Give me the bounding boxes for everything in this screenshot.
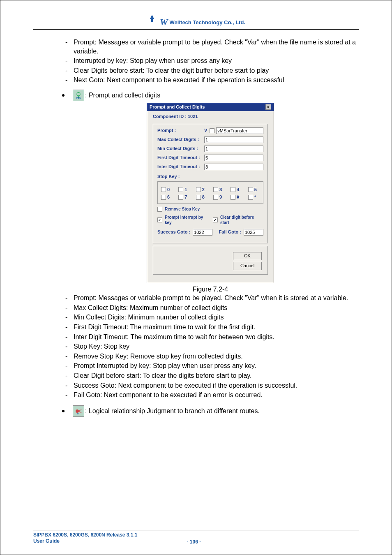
bullet-icon [62,410,65,412]
input-inter[interactable]: 3 [204,164,263,170]
list-item: Remove Stop Key: Remove stop key from co… [74,352,359,361]
checkbox-key-0[interactable] [161,187,166,192]
if-icon: If [73,405,84,417]
checkbox-key-8[interactable] [196,195,201,200]
checkbox-clear[interactable] [213,217,218,222]
company-name: Welltech Technology Co., Ltd. [170,19,245,25]
logo-icon [147,17,158,27]
checkbox-remove-stop[interactable] [157,207,162,212]
label-key: 6 [167,194,170,200]
list-item: Success Goto: Next component to be execu… [74,381,359,390]
label-key: 5 [254,187,257,193]
label-max: Max Collect Digits : [157,136,203,143]
checkbox-key-3[interactable] [213,187,218,192]
svg-point-0 [77,92,80,96]
svg-text:P&C: P&C [76,97,81,99]
figure-caption: Figure 7.2-4 [62,285,359,294]
label-key: 0 [167,187,170,193]
cancel-button[interactable]: Cancel [233,262,262,270]
close-icon[interactable]: × [265,104,271,110]
checkbox-var[interactable] [210,128,214,133]
checkbox-key-6[interactable] [161,195,166,200]
label-key: 4 [237,187,239,193]
checkbox-key-2[interactable] [196,187,201,192]
stop-key-panel: 0 1 2 3 4 5 6 7 8 9 # * [157,181,263,204]
list-item: Fail Goto: Next component to be executed… [74,391,359,400]
logo-text: W [160,17,168,28]
label-min: Min Collect Digits : [157,146,203,152]
list-item: Min Collect Digits: Minimum number of co… [74,313,359,322]
bullet-icon [62,94,65,97]
label-clear: Clear digit before start [220,215,263,226]
page-footer: SIPPBX 6200S, 6200GS, 6200N Release 3.1.… [33,530,359,545]
label-key: 8 [202,194,205,200]
dialog-title-text: Prompt and Collect Digits [150,104,205,110]
dialog-titlebar: Prompt and Collect Digits × [147,103,274,111]
pc-icon: P&C [73,90,84,101]
list-item: First Digit Timeout: The maximum time to… [74,323,359,332]
label-key: 2 [202,187,205,193]
checkbox-key-1[interactable] [178,187,183,192]
page-header: W Welltech Technology Co., Ltd. [33,17,359,30]
label-interrupt: Prompt interrupt by key [165,215,210,226]
component-id: Component ID : 1021 [153,113,268,120]
checkbox-key-star[interactable] [248,195,253,200]
footer-page-number: - 106 - [187,539,201,545]
footer-guide: User Guide [33,538,138,545]
list-item: Max Collect Digits: Maximum number of co… [74,303,359,312]
list-prompt-desc: Prompt: Messages or variable prompt to b… [62,38,359,85]
bullet-logical: If : Logical relationship Judgment to br… [62,405,359,417]
list-item: Interrupted by key: Stop play when user … [74,56,359,65]
dialog-button-panel: OK Cancel [153,246,268,275]
dialog-main-panel: Prompt : V vMSorTransfer Max Collect Dig… [153,124,268,243]
label-prompt: Prompt : [157,127,203,134]
label-key: # [237,194,239,200]
label-stopkey: Stop Key : [157,173,263,180]
checkbox-key-4[interactable] [231,187,235,192]
list-item: Prompt: Messages or variable prompt to b… [74,38,359,56]
label-key: 7 [184,194,187,200]
label-success-goto: Success Goto : [157,229,190,235]
svg-text:If: If [77,412,78,415]
label-inter: Inter Digit Timeout : [157,164,203,170]
list-item: Clear Digit before start: To clear the d… [74,371,359,380]
list-item: Next Goto: Next component to be executed… [74,76,359,85]
label-remove-stop: Remove Stop Key [165,206,200,212]
label-key: 9 [219,194,222,200]
input-max[interactable]: 1 [204,136,263,143]
list-item: Inter Digit Timeout: The maximum time to… [74,333,359,342]
label-key: 3 [219,187,222,193]
list-item: Clear Digits before start: To clear the … [74,66,359,75]
checkbox-key-hash[interactable] [231,195,235,200]
input-min[interactable]: 1 [204,146,263,152]
ok-button[interactable]: OK [233,252,262,260]
checkbox-key-5[interactable] [248,187,253,192]
label-key: 1 [184,187,187,193]
bullet-prompt-collect: P&C : Prompt and collect digits [62,90,359,101]
dialog-prompt-collect: Prompt and Collect Digits × Component ID… [147,103,274,283]
checkbox-interrupt[interactable] [157,217,162,222]
footer-release: SIPPBX 6200S, 6200GS, 6200N Release 3.1.… [33,532,138,539]
list-item: Stop Key: Stop key [74,342,359,351]
list-item: Prompt: Messages or variable prompt to b… [74,294,359,303]
list-item: Prompt Interrupted by key: Stop play whe… [74,361,359,370]
label-key: * [254,194,256,200]
bullet-text: : Prompt and collect digits [85,91,160,100]
checkbox-key-9[interactable] [213,195,218,200]
input-prompt[interactable]: vMSorTransfer [216,127,263,134]
input-success-goto[interactable]: 1022 [193,229,212,236]
label-fail-goto: Fail Goto : [219,229,241,235]
list-collect-desc: Prompt: Messages or variable prompt to b… [62,294,359,400]
bullet-text: : Logical relationship Judgment to branc… [85,407,260,416]
input-fail-goto[interactable]: 1025 [244,229,263,236]
checkbox-key-7[interactable] [178,195,183,200]
label-v: V [204,127,207,134]
label-first: First Digit Timeout : [157,155,203,161]
input-first[interactable]: 5 [204,155,263,161]
